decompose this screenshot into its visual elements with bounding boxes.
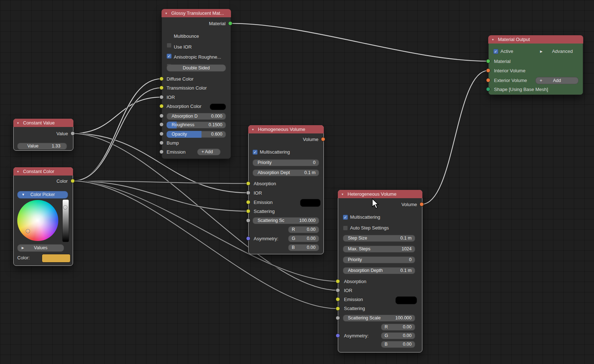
node-title: Heterogeneous Volume — [348, 191, 396, 197]
constant-color-output-socket[interactable] — [71, 179, 75, 183]
homogeneous-asymmetry-socket[interactable] — [246, 236, 250, 241]
glossy-opacity-socket[interactable] — [159, 132, 164, 136]
ior-label: IOR — [167, 94, 175, 101]
multiscattering-checkbox[interactable]: ✓ — [343, 215, 348, 220]
advanced-label[interactable]: Advanced — [552, 48, 573, 55]
homogeneous-ior-socket[interactable] — [246, 191, 250, 195]
slider-value: 0.1 m — [400, 235, 412, 242]
glossy-transmission-color-socket[interactable] — [159, 86, 164, 90]
node-header-constant-value[interactable]: ▼Constant Value — [13, 119, 73, 127]
asymmetry-g-slider[interactable]: G 0.00 — [381, 332, 415, 339]
node-header-material-output[interactable]: ▼Material Output — [488, 35, 583, 44]
value-slider[interactable]: Value 1.33 — [17, 143, 67, 150]
node-header-glossy[interactable]: ▼Glossy Translucent Mat... — [162, 9, 231, 17]
collapse-icon[interactable]: ▼ — [341, 190, 345, 198]
emission-color-swatch[interactable] — [300, 199, 321, 207]
node-constant-color[interactable]: ▼Constant Color Color ▼ Color Picker ▶ V… — [13, 167, 73, 266]
asymmetry-b-slider[interactable]: B 0.00 — [381, 341, 415, 348]
double-sided-button[interactable]: Double Sided — [167, 64, 226, 72]
heterogeneous-asymmetry-socket[interactable] — [336, 333, 340, 338]
output-material-socket[interactable] — [486, 59, 490, 63]
collapse-icon[interactable]: ▼ — [17, 168, 21, 176]
advanced-expand-icon[interactable]: ▶ — [540, 48, 543, 55]
glossy-ior-socket[interactable] — [159, 95, 164, 99]
scattering-scale-slider[interactable]: Scattering Scale 100.000 — [343, 315, 415, 322]
collapse-icon[interactable]: ▼ — [17, 119, 21, 127]
priority-slider[interactable]: Priority 0 — [253, 159, 319, 166]
use-ior-checkbox[interactable]: ✓ — [167, 54, 172, 59]
emission-color-swatch[interactable] — [395, 296, 417, 304]
node-editor-canvas[interactable]: ▼Glossy Translucent Mat... Material Mult… — [0, 0, 594, 364]
glossy-absorption-depth-socket[interactable] — [159, 114, 164, 118]
output-shape-socket[interactable] — [486, 87, 490, 91]
node-homogeneous-volume[interactable]: ▼Homogeneous Volume Volume ✓ Multiscatte… — [248, 125, 324, 254]
homogeneous-scattering-scale-socket[interactable] — [246, 218, 250, 223]
glossy-roughness-socket[interactable] — [159, 122, 164, 127]
node-header-homogeneous-volume[interactable]: ▼Homogeneous Volume — [248, 125, 324, 133]
heterogeneous-absorption-socket[interactable] — [336, 279, 340, 283]
output-exterior-volume-socket[interactable] — [486, 78, 490, 82]
glossy-absorption-color-socket[interactable] — [159, 104, 164, 108]
node-header-heterogeneous-volume[interactable]: ▼Heterogeneous Volume — [338, 190, 422, 198]
heterogeneous-ior-socket[interactable] — [336, 288, 340, 292]
homogeneous-scattering-socket[interactable] — [246, 209, 250, 213]
node-constant-value[interactable]: ▼Constant Value Value Value 1.33 — [13, 119, 73, 151]
node-glossy-translucent-material[interactable]: ▼Glossy Translucent Mat... Material Mult… — [162, 9, 231, 159]
collapse-icon[interactable]: ▼ — [165, 9, 169, 17]
slider-value: 0.00 — [307, 235, 316, 242]
absorption-color-swatch[interactable] — [210, 104, 226, 110]
glossy-diffuse-color-socket[interactable] — [159, 77, 164, 81]
auto-step-settings-checkbox[interactable] — [343, 226, 348, 231]
priority-slider[interactable]: Priority 0 — [343, 256, 415, 263]
absorption-depth-slider[interactable]: Absorption D 0.000 — [167, 113, 226, 120]
node-wire[interactable] — [230, 23, 488, 61]
homogeneous-volume-output-socket[interactable] — [321, 137, 325, 141]
homogeneous-absorption-socket[interactable] — [246, 181, 250, 186]
slider-label: Value — [27, 143, 38, 150]
value-slider-cursor[interactable] — [64, 206, 67, 209]
color-picker-dropdown[interactable]: ▼ Color Picker — [17, 191, 68, 199]
active-checkbox[interactable]: ✓ — [493, 49, 498, 54]
node-wire[interactable] — [422, 70, 488, 204]
emission-add-button[interactable]: + Add — [197, 149, 221, 155]
heterogeneous-scattering-scale-socket[interactable] — [336, 316, 340, 320]
ior-label: IOR — [254, 190, 262, 197]
asymmetry-r-slider[interactable]: R 0.00 — [288, 226, 319, 233]
absorption-depth-slider[interactable]: Absorption Dept 0.1 m — [253, 169, 319, 176]
constant-value-output-socket[interactable] — [71, 131, 75, 136]
slider-value: 0.00 — [307, 226, 316, 233]
multiscattering-checkbox[interactable]: ✓ — [253, 150, 258, 155]
collapse-icon[interactable]: ▼ — [491, 36, 496, 44]
step-size-slider[interactable]: Step Size 0.1 m — [343, 235, 415, 242]
color-wheel[interactable] — [17, 200, 58, 241]
slider-label: Roughness — [172, 122, 194, 128]
asymmetry-g-slider[interactable]: G 0.00 — [288, 235, 319, 242]
color-swatch[interactable] — [42, 254, 71, 263]
node-heterogeneous-volume[interactable]: ▼Heterogeneous Volume Volume ✓ Multiscat… — [338, 190, 422, 352]
glossy-emission-socket[interactable] — [159, 150, 164, 154]
opacity-slider[interactable]: Opacity 0.600 — [167, 131, 226, 138]
node-material-output[interactable]: ▼Material Output ✓ Active ▶ Advanced Mat… — [488, 35, 583, 95]
asymmetry-r-slider[interactable]: R 0.00 — [381, 324, 415, 331]
glossy-material-output-socket[interactable] — [228, 21, 232, 26]
multibounce-checkbox[interactable] — [167, 43, 172, 48]
interior-volume-label: Interior Volume — [494, 67, 525, 74]
collapse-icon[interactable]: ▼ — [251, 126, 256, 133]
slider-label: Step Size — [348, 235, 367, 242]
homogeneous-emission-socket[interactable] — [246, 200, 250, 204]
heterogeneous-volume-output-socket[interactable] — [420, 202, 424, 206]
absorption-depth-slider[interactable]: Absorption Depth 0.1 m — [343, 267, 415, 274]
max-steps-slider[interactable]: Max. Steps 1024 — [343, 246, 415, 252]
heterogeneous-scattering-socket[interactable] — [336, 306, 340, 311]
glossy-bump-socket[interactable] — [159, 141, 164, 145]
values-expand-button[interactable]: ▶ Values — [17, 244, 64, 252]
color-wheel-cursor[interactable] — [26, 229, 30, 233]
node-header-constant-color[interactable]: ▼Constant Color — [13, 167, 73, 176]
output-interior-volume-socket[interactable] — [486, 68, 490, 73]
asymmetry-b-slider[interactable]: B 0.00 — [288, 244, 319, 251]
exterior-volume-add-button[interactable]: + Add — [535, 77, 579, 84]
scattering-scale-slider[interactable]: Scattering Sc 100.000 — [253, 217, 319, 224]
roughness-slider[interactable]: Roughness 0.1500 — [167, 122, 226, 128]
slider-label: B — [385, 341, 387, 348]
heterogeneous-emission-socket[interactable] — [336, 297, 340, 301]
